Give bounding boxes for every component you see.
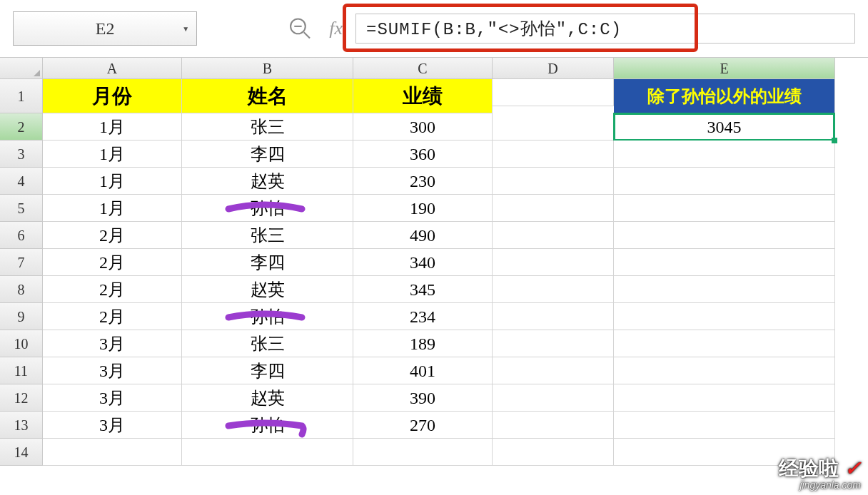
cell-A8[interactable]: 2月 — [43, 276, 182, 303]
row-header-4[interactable]: 4 — [0, 168, 43, 195]
row-header-12[interactable]: 12 — [0, 384, 43, 412]
name-box-value: E2 — [96, 19, 115, 39]
column-header-A[interactable]: A — [43, 58, 182, 79]
cell-C2[interactable]: 300 — [353, 113, 493, 141]
column-header-B[interactable]: B — [182, 58, 353, 79]
cell-B14[interactable] — [182, 439, 353, 466]
cell-C8[interactable]: 345 — [353, 276, 493, 303]
cell-E7[interactable] — [614, 249, 835, 276]
cell-E13[interactable] — [614, 412, 835, 439]
cell-C10[interactable]: 189 — [353, 330, 493, 357]
cell-E8[interactable] — [614, 276, 835, 303]
cell-E9[interactable] — [614, 303, 835, 330]
cell-C11[interactable]: 401 — [353, 357, 493, 384]
cell-C13[interactable]: 270 — [353, 412, 493, 439]
cell-E3[interactable] — [614, 141, 835, 168]
row-header-2[interactable]: 2 — [0, 113, 43, 141]
cell-D6[interactable] — [493, 222, 614, 249]
cell-A5[interactable]: 1月 — [43, 195, 182, 222]
cell-B5[interactable]: 孙怡 — [182, 195, 353, 222]
watermark: 经验啦 ✓ jingyanla.com — [779, 458, 861, 491]
cell-C6[interactable]: 490 — [353, 222, 493, 249]
cell-E5[interactable] — [614, 195, 835, 222]
cell-A11[interactable]: 3月 — [43, 357, 182, 384]
cell-A3[interactable]: 1月 — [43, 141, 182, 168]
cell-D3[interactable] — [493, 141, 614, 168]
zoom-out-icon[interactable] — [288, 16, 312, 41]
cell-D7[interactable] — [493, 249, 614, 276]
cell-B13[interactable]: 孙怡 — [182, 412, 353, 439]
cell-B6[interactable]: 张三 — [182, 222, 353, 249]
cell-D1[interactable] — [493, 79, 614, 106]
cell-E1[interactable]: 除了孙怡以外的业绩 — [614, 79, 835, 113]
cell-D5[interactable] — [493, 195, 614, 222]
row-header-6[interactable]: 6 — [0, 222, 43, 249]
cell-E10[interactable] — [614, 330, 835, 357]
column-header-E[interactable]: E — [614, 58, 835, 79]
row-header-10[interactable]: 10 — [0, 330, 43, 357]
cell-D11[interactable] — [493, 357, 614, 384]
row-header-13[interactable]: 13 — [0, 412, 43, 439]
cell-D8[interactable] — [493, 276, 614, 303]
annotation-strike-2 — [225, 307, 307, 329]
cell-C5[interactable]: 190 — [353, 195, 493, 222]
cell-E11[interactable] — [614, 357, 835, 384]
cell-E4[interactable] — [614, 168, 835, 195]
watermark-text: 经验啦 — [779, 457, 839, 479]
cell-B9[interactable]: 孙怡 — [182, 303, 353, 330]
cell-A9[interactable]: 2月 — [43, 303, 182, 330]
cell-C3[interactable]: 360 — [353, 141, 493, 168]
cell-A1[interactable]: 月份 — [43, 79, 182, 113]
cell-A14[interactable] — [43, 439, 182, 466]
cell-C1[interactable]: 业绩 — [353, 79, 493, 113]
cell-E12[interactable] — [614, 384, 835, 412]
name-box[interactable]: E2 ▼ — [13, 11, 197, 46]
cell-D12[interactable] — [493, 384, 614, 412]
cell-D4[interactable] — [493, 168, 614, 195]
cell-E2-active[interactable]: 3045 — [614, 113, 835, 141]
cell-B12[interactable]: 赵英 — [182, 384, 353, 412]
cell-C4[interactable]: 230 — [353, 168, 493, 195]
row-header-8[interactable]: 8 — [0, 276, 43, 303]
cell-D9[interactable] — [493, 303, 614, 330]
cell-D2[interactable] — [493, 113, 614, 141]
cell-A2[interactable]: 1月 — [43, 113, 182, 141]
cell-A6[interactable]: 2月 — [43, 222, 182, 249]
cell-C9[interactable]: 234 — [353, 303, 493, 330]
formula-bar-value: =SUMIF(B:B,"<>孙怡",C:C) — [366, 17, 622, 40]
spreadsheet-grid[interactable]: A B C D E 1 月份 姓名 业绩 除了孙怡以外的业绩 2 1月 张三 3… — [0, 57, 868, 466]
cell-D13[interactable] — [493, 412, 614, 439]
cell-A10[interactable]: 3月 — [43, 330, 182, 357]
cell-B7[interactable]: 李四 — [182, 249, 353, 276]
cell-A12[interactable]: 3月 — [43, 384, 182, 412]
cell-B1[interactable]: 姓名 — [182, 79, 353, 113]
row-header-7[interactable]: 7 — [0, 249, 43, 276]
cell-B4[interactable]: 赵英 — [182, 168, 353, 195]
row-header-5[interactable]: 5 — [0, 195, 43, 222]
row-header-3[interactable]: 3 — [0, 141, 43, 168]
column-header-D[interactable]: D — [493, 58, 614, 79]
cell-D10[interactable] — [493, 330, 614, 357]
cell-B8[interactable]: 赵英 — [182, 276, 353, 303]
cell-B2[interactable]: 张三 — [182, 113, 353, 141]
annotation-strike-1 — [225, 199, 307, 220]
row-header-11[interactable]: 11 — [0, 357, 43, 384]
cell-B11[interactable]: 李四 — [182, 357, 353, 384]
cell-B3[interactable]: 李四 — [182, 141, 353, 168]
cell-E6[interactable] — [614, 222, 835, 249]
cell-C14[interactable] — [353, 439, 493, 466]
cell-C7[interactable]: 340 — [353, 249, 493, 276]
formula-bar[interactable]: =SUMIF(B:B,"<>孙怡",C:C) — [355, 14, 855, 44]
select-all-corner[interactable] — [0, 58, 43, 79]
cell-D14[interactable] — [493, 439, 614, 466]
cell-A4[interactable]: 1月 — [43, 168, 182, 195]
column-header-C[interactable]: C — [353, 58, 493, 79]
cell-B10[interactable]: 张三 — [182, 330, 353, 357]
fx-label[interactable]: fx — [329, 18, 343, 39]
cell-A7[interactable]: 2月 — [43, 249, 182, 276]
row-header-1[interactable]: 1 — [0, 79, 43, 113]
row-header-9[interactable]: 9 — [0, 303, 43, 330]
cell-C12[interactable]: 390 — [353, 384, 493, 412]
row-header-14[interactable]: 14 — [0, 439, 43, 466]
cell-A13[interactable]: 3月 — [43, 412, 182, 439]
